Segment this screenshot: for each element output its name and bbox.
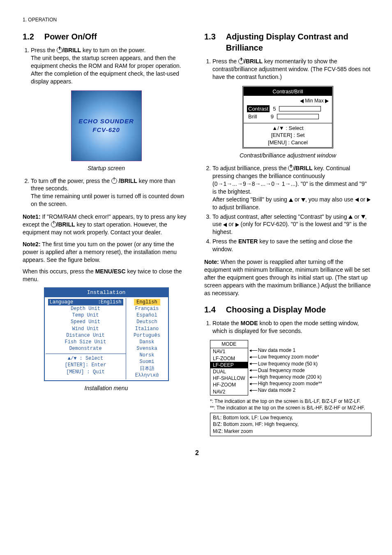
brill-key: /BRILL — [57, 221, 75, 228]
foot-line: [ENTER]: Enter — [48, 362, 123, 368]
install-caption: Installation menu — [23, 384, 190, 392]
triangle-right-icon — [325, 99, 329, 103]
mode-item: LF-DEEP — [210, 362, 248, 368]
triangle-left-icon — [223, 223, 227, 227]
arrow-left-icon — [250, 390, 257, 391]
lang-item: Suomi — [129, 358, 166, 365]
brill-key: /BRILL — [244, 58, 263, 65]
brill-value: 9 — [271, 113, 274, 120]
lang-item: Deutsch — [129, 319, 166, 325]
section-number: 1.2 — [23, 31, 34, 42]
mode-knob: MODE — [241, 320, 258, 326]
install-item: Depth Unit — [48, 305, 123, 312]
text: To adjust contrast, after selecting "Con… — [212, 213, 348, 220]
triangle-up-icon — [289, 198, 293, 202]
section-1-2-heading: 1.2 Power On/Off — [23, 31, 190, 42]
note2: Note2: The first time you turn on the po… — [23, 240, 190, 264]
note1: Note1: If "ROM/RAM check error!" appears… — [23, 213, 190, 236]
power-icon — [51, 222, 57, 227]
cb-footer: ▲/▼ : Select [ENTER] : Set [MENU] : Canc… — [244, 123, 332, 148]
mode-desc-text: Dual frequency mode — [258, 367, 305, 374]
s13-step3: To adjust contrast, after selecting "Con… — [212, 213, 371, 236]
arrow-left-icon — [250, 384, 257, 384]
mode-desc-line: Nav data mode 1 — [250, 347, 322, 354]
section-number: 1.4 — [204, 304, 216, 315]
language-row: Language :English — [48, 299, 123, 305]
page-header: 1. OPERATION — [23, 16, 371, 23]
mode-item: HF-ZOOM — [210, 382, 248, 388]
lang-item: Français — [129, 305, 166, 312]
note2-cont: When this occurs, press the MENU/ESC key… — [23, 268, 190, 283]
lang-item: Norsk — [129, 352, 166, 358]
brill-bar — [277, 114, 319, 119]
lang-label: Language — [50, 299, 74, 305]
s13-step1: Press the /BRILL key momentarily to show… — [212, 58, 371, 81]
installation-menu-box: Installation Language :English Depth Uni… — [44, 287, 169, 381]
text: Press the — [212, 238, 238, 245]
s14-steps: Rotate the MODE knob to open the mode se… — [204, 319, 371, 335]
section-title: Adjusting Display Contrast and Brillianc… — [226, 31, 371, 53]
install-title: Installation — [45, 288, 168, 297]
enter-key: ENTER — [238, 238, 258, 245]
mode-desc-text: High frequency mode (200 k) — [258, 374, 322, 380]
text: After selecting "Brill" by using — [212, 196, 289, 203]
minmax-text: Min Max — [305, 98, 323, 104]
legend-line: B/L: Bottom lock, LF: Low frequency, — [213, 414, 369, 421]
contrast-bar — [279, 106, 321, 111]
note-label: Note: — [204, 259, 219, 265]
mode-item: DUAL — [210, 368, 248, 375]
startup-caption: Startup screen — [23, 164, 190, 172]
foot-line: ▲/▼ : Select — [247, 125, 329, 132]
mode-desc-text: Low frequency zoom mode* — [258, 354, 319, 360]
s13-step2: To adjust brilliance, press the /BRILL k… — [212, 164, 371, 211]
mode-desc-line: High frequency zoom mode** — [250, 380, 322, 387]
triangle-up-icon — [348, 215, 353, 219]
mode-desc-text: High frequency zoom mode** — [258, 380, 322, 387]
lang-item: Italiano — [129, 326, 166, 332]
text: key to turn on the power. — [81, 47, 145, 53]
legend-line: M/Z: Marker zoom — [213, 428, 369, 435]
startup-screen-box: ECHO SOUNDER FCV-620 — [71, 90, 142, 161]
brill-key: /BRILL — [117, 178, 137, 184]
contrast-brill-figure: Contrast/Brill Min Max Contrast 5 Brill … — [204, 86, 371, 148]
lang-item: 日本語 — [129, 365, 166, 372]
power-icon — [288, 165, 294, 171]
mode-desc-line: Low frequency mode (50 k) — [250, 361, 322, 367]
text: Press the — [31, 47, 57, 53]
power-icon — [111, 178, 117, 184]
mode-list-box: MODE NAV1LF-ZOOMLF-DEEPDUALHF-SHALLOWHF-… — [210, 340, 248, 395]
step2-p2: After selecting "Brill" by using or , yo… — [212, 196, 371, 211]
contrast-value: 5 — [273, 105, 276, 113]
cb-caption: Contrast/brilliance adjustment window — [204, 152, 371, 160]
installation-figure: Installation Language :English Depth Uni… — [23, 287, 190, 381]
s13-steps: Press the /BRILL key momentarily to show… — [204, 58, 371, 81]
cb-body: Min Max Contrast 5 Brill 9 — [244, 96, 332, 123]
arrow-left-icon — [250, 370, 257, 370]
footnote-1: *: The indication at the top on the scre… — [210, 398, 371, 405]
lang-item: Português — [129, 332, 166, 339]
foot-line: [MENU] : Cancel — [247, 139, 329, 146]
mode-item: LF-ZOOM — [210, 355, 248, 362]
install-item: Demonstrate — [48, 345, 123, 352]
note2-label: Note2: — [23, 241, 41, 247]
section-number: 1.3 — [204, 31, 216, 53]
section-title: Choosing a Display Mode — [226, 304, 371, 315]
s12-step1: Press the /BRILL key to turn on the powe… — [31, 46, 190, 85]
triangle-right-icon — [235, 223, 239, 227]
footnote-2: **: The indication at the top on the scr… — [210, 405, 371, 411]
min-max-row: Min Max — [247, 97, 329, 104]
text: When this occurs, press the — [23, 268, 95, 275]
step2-para: The time remaining until power is turned… — [31, 192, 190, 208]
triangle-down-icon — [301, 198, 305, 202]
arrow-left-icon — [250, 350, 257, 351]
text: When the power is reapplied after turnin… — [204, 259, 371, 296]
startup-line2: FCV-620 — [92, 126, 120, 134]
startup-figure: ECHO SOUNDER FCV-620 — [23, 90, 190, 161]
contrast-row: Contrast 5 — [247, 105, 329, 113]
foot-line: [MENU] : Quit — [48, 369, 123, 375]
text: Press the — [212, 58, 238, 65]
lang-item: Español — [129, 312, 166, 319]
install-left: Language :English Depth Unit Temp Unit S… — [46, 298, 126, 379]
triangle-left-icon — [355, 198, 359, 202]
mode-desc-line: Dual frequency mode — [250, 367, 322, 374]
